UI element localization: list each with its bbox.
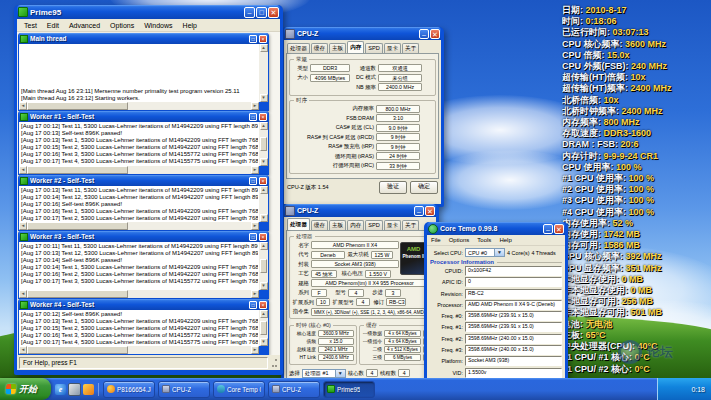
scroll-right-icon[interactable]: ► <box>251 346 259 354</box>
taskbar-button[interactable]: Prime95 <box>323 381 375 398</box>
menu-item[interactable]: Edit <box>42 22 64 29</box>
chevron-down-icon[interactable]: ▼ <box>494 249 504 256</box>
scroll-down-icon[interactable]: ▼ <box>260 158 268 166</box>
cpuz-tab[interactable]: 关于 <box>402 220 419 230</box>
cpuz-tab[interactable]: SPD <box>365 43 383 53</box>
cpuz-cpu-titlebar[interactable]: CPU-Z – ✕ <box>284 204 436 217</box>
horizontal-scrollbar[interactable]: ◄► <box>19 345 259 354</box>
scroll-right-icon[interactable]: ► <box>251 102 259 110</box>
cpuz-tab[interactable]: 内存 <box>347 220 364 230</box>
menu-item[interactable]: Help <box>495 237 515 243</box>
scrollbar-thumb[interactable] <box>27 290 128 298</box>
start-button[interactable]: 开始 <box>0 378 51 400</box>
cpuz-tab[interactable]: 内存 <box>347 41 364 53</box>
close-button[interactable]: ✕ <box>554 224 564 234</box>
scroll-right-icon[interactable]: ► <box>251 290 259 298</box>
scroll-up-icon[interactable]: ▲ <box>260 44 268 52</box>
processor-select[interactable]: 处理器 #1 ▼ <box>302 369 346 378</box>
scrollbar-thumb[interactable] <box>27 346 128 354</box>
close-button[interactable]: × <box>259 177 267 185</box>
scroll-left-icon[interactable]: ◄ <box>19 222 27 230</box>
validate-button[interactable]: 验证 <box>379 181 407 194</box>
taskbar-button[interactable]: P8166654.JPG <box>103 381 155 398</box>
menu-item[interactable]: Windows <box>139 22 177 29</box>
menu-item[interactable]: Advanced <box>64 22 105 29</box>
scroll-up-icon[interactable]: ▲ <box>260 242 268 250</box>
vertical-scrollbar[interactable]: ▲▼ <box>258 44 268 102</box>
maximize-button[interactable]: □ <box>249 233 257 241</box>
close-button[interactable]: × <box>259 301 267 309</box>
scroll-left-icon[interactable]: ◄ <box>19 102 27 110</box>
show-desktop-icon[interactable] <box>68 383 81 396</box>
cpuz-tab[interactable]: 显卡 <box>384 43 401 53</box>
minimize-button[interactable]: – <box>419 29 429 39</box>
chevron-down-icon[interactable]: ▼ <box>335 370 345 377</box>
tray-clock[interactable]: 0:18 <box>691 386 705 393</box>
menu-item[interactable]: Options <box>445 237 474 243</box>
close-button[interactable]: × <box>259 35 267 43</box>
maximize-button[interactable]: □ <box>249 301 257 309</box>
coretemp-titlebar[interactable]: Core Temp 0.99.8 – ✕ <box>427 222 565 235</box>
minimize-button[interactable]: – <box>244 7 255 18</box>
scroll-down-icon[interactable]: ▼ <box>260 94 268 102</box>
close-button[interactable]: ✕ <box>425 206 435 216</box>
scrollbar-thumb[interactable] <box>260 259 267 273</box>
scroll-right-icon[interactable]: ► <box>251 222 259 230</box>
cpuz-tab[interactable]: 关于 <box>402 43 419 53</box>
worker1-titlebar[interactable]: Worker #1 - Self-Test □ × <box>19 111 268 122</box>
menu-item[interactable]: File <box>427 237 445 243</box>
maximize-button[interactable]: □ <box>256 7 267 18</box>
cpuz-tab[interactable]: 缓存 <box>311 43 328 53</box>
worker3-titlebar[interactable]: Worker #3 - Self-Test □ × <box>19 231 268 242</box>
horizontal-scrollbar[interactable]: ◄► <box>19 165 259 174</box>
cpuz-tab[interactable]: 处理器 <box>287 218 310 230</box>
media-player-icon[interactable] <box>83 384 94 395</box>
scroll-up-icon[interactable]: ▲ <box>260 310 268 318</box>
scroll-left-icon[interactable]: ◄ <box>19 346 27 354</box>
cpuz-tab[interactable]: 主板 <box>329 220 346 230</box>
maximize-button[interactable]: □ <box>249 113 257 121</box>
taskbar-button[interactable]: CPU-Z <box>268 381 320 398</box>
horizontal-scrollbar[interactable]: ◄► <box>19 289 259 298</box>
scroll-left-icon[interactable]: ◄ <box>19 290 27 298</box>
cpuz-tab[interactable]: 显卡 <box>384 220 401 230</box>
vertical-scrollbar[interactable]: ▲▼ <box>258 310 268 346</box>
scroll-down-icon[interactable]: ▼ <box>260 282 268 290</box>
minimize-button[interactable]: – <box>414 206 424 216</box>
maximize-button[interactable]: □ <box>249 35 257 43</box>
menu-item[interactable]: Options <box>105 22 139 29</box>
close-button[interactable]: × <box>259 233 267 241</box>
scrollbar-thumb[interactable] <box>260 137 267 151</box>
menu-item[interactable]: Help <box>178 22 202 29</box>
close-button[interactable]: × <box>259 113 267 121</box>
scroll-down-icon[interactable]: ▼ <box>260 338 268 346</box>
vertical-scrollbar[interactable]: ▲▼ <box>258 186 268 222</box>
taskbar-button[interactable]: CPU-Z <box>158 381 210 398</box>
scrollbar-thumb[interactable] <box>27 166 128 174</box>
scrollbar-thumb[interactable] <box>27 102 128 110</box>
scroll-down-icon[interactable]: ▼ <box>260 214 268 222</box>
cpuz-memory-titlebar[interactable]: CPU-Z – ✕ <box>284 27 441 40</box>
menu-item[interactable]: Test <box>19 22 42 29</box>
scrollbar-thumb[interactable] <box>27 222 128 230</box>
internet-explorer-icon[interactable]: e <box>55 384 66 395</box>
cpuz-tab[interactable]: SPD <box>365 220 383 230</box>
scroll-up-icon[interactable]: ▲ <box>260 122 268 130</box>
scroll-right-icon[interactable]: ► <box>251 166 259 174</box>
scroll-left-icon[interactable]: ◄ <box>19 166 27 174</box>
minimize-button[interactable]: – <box>543 224 553 234</box>
cpuz-tab[interactable]: 主板 <box>329 43 346 53</box>
close-button[interactable]: ✕ <box>268 7 279 18</box>
maximize-button[interactable]: □ <box>249 177 257 185</box>
menu-item[interactable]: Tools <box>473 237 495 243</box>
vertical-scrollbar[interactable]: ▲▼ <box>258 242 268 290</box>
worker4-titlebar[interactable]: Worker #4 - Self-Test □ × <box>19 299 268 310</box>
ok-button[interactable]: 确定 <box>410 181 438 194</box>
main-thread-titlebar[interactable]: Main thread □ × <box>19 33 268 44</box>
cpuz-tab[interactable]: 缓存 <box>311 220 328 230</box>
scrollbar-thumb[interactable] <box>260 321 267 335</box>
horizontal-scrollbar[interactable]: ◄► <box>19 101 259 110</box>
scroll-up-icon[interactable]: ▲ <box>260 186 268 194</box>
worker2-titlebar[interactable]: Worker #2 - Self-Test □ × <box>19 175 268 186</box>
cpuz-tab[interactable]: 处理器 <box>287 43 310 53</box>
